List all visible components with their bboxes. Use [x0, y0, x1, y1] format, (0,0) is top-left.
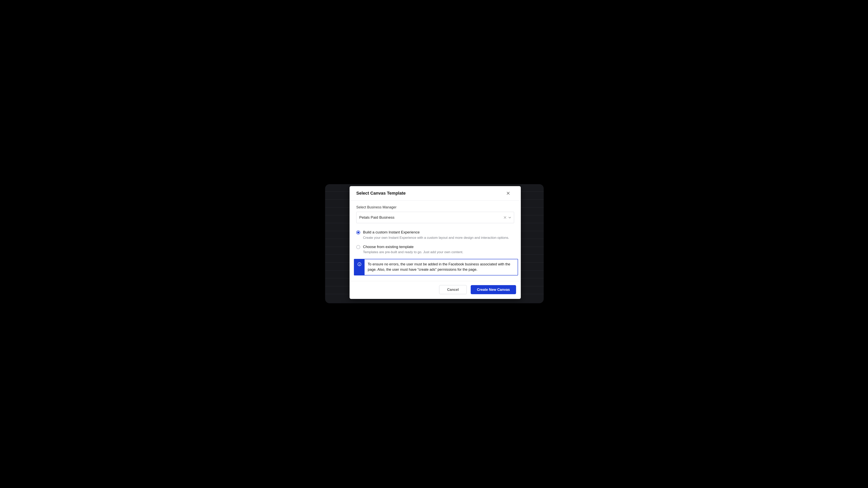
close-icon [506, 192, 510, 195]
clear-selection-button[interactable] [504, 216, 506, 219]
modal-body: Select Business Manager Petals Paid Busi… [349, 200, 521, 281]
svg-point-6 [359, 263, 360, 264]
chevron-down-icon [508, 216, 511, 219]
modal-title: Select Canvas Template [356, 191, 406, 196]
business-manager-label: Select Business Manager [356, 205, 514, 209]
dropdown-toggle[interactable] [508, 216, 511, 219]
radio-indicator [356, 230, 360, 234]
radio-label: Build a custom Instant Experience [363, 230, 514, 235]
business-manager-value: Petals Paid Business [359, 215, 395, 220]
radio-label: Choose from existing template [363, 245, 514, 250]
radio-description: Templates are pre-built and ready to go.… [363, 250, 514, 255]
info-icon [357, 262, 362, 266]
cancel-button[interactable]: Cancel [439, 285, 467, 294]
radio-option-existing-template[interactable]: Choose from existing template Templates … [356, 245, 514, 255]
modal-footer: Cancel Create New Canvas [349, 281, 521, 299]
create-new-canvas-button[interactable]: Create New Canvas [471, 285, 516, 294]
modal-header: Select Canvas Template [349, 186, 521, 200]
select-canvas-template-modal: Select Canvas Template Select Business M… [349, 186, 521, 299]
close-button[interactable] [505, 191, 511, 196]
radio-description: Create your own Instant Experience with … [363, 236, 514, 240]
radio-indicator [356, 245, 360, 249]
template-mode-radio-group: Build a custom Instant Experience Create… [356, 230, 514, 255]
info-icon-column [354, 259, 365, 275]
business-manager-select[interactable]: Petals Paid Business [356, 212, 514, 223]
close-icon [504, 216, 506, 219]
info-message: To ensure no errors, the user must be ad… [365, 259, 518, 275]
info-banner: To ensure no errors, the user must be ad… [354, 259, 518, 275]
radio-option-custom-experience[interactable]: Build a custom Instant Experience Create… [356, 230, 514, 240]
